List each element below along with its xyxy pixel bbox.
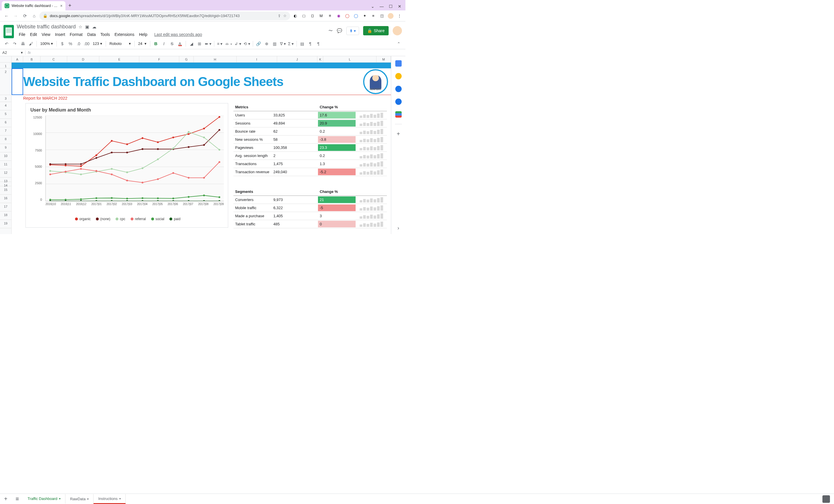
star-icon[interactable]: ☆ (79, 24, 82, 29)
row-header[interactable]: 18 (0, 212, 11, 220)
reading-list-icon[interactable]: ≡ (370, 12, 377, 20)
move-icon[interactable]: ▣ (85, 24, 89, 29)
maps-icon[interactable] (395, 111, 402, 117)
active-cell-A2[interactable] (12, 68, 23, 95)
currency-button[interactable]: $ (59, 40, 66, 47)
row-header[interactable]: 16 (0, 195, 11, 203)
col-header[interactable]: G (179, 56, 194, 62)
col-header[interactable]: L (323, 56, 376, 62)
row-header[interactable]: 2 (0, 68, 11, 95)
add-addon-icon[interactable]: + (397, 131, 400, 137)
font-select[interactable]: Roboto▾ (108, 41, 133, 46)
row-header[interactable]: 14 (0, 182, 11, 186)
cloud-icon[interactable]: ☁ (92, 24, 96, 29)
col-header[interactable]: H (194, 56, 237, 62)
account-avatar[interactable] (393, 26, 402, 35)
fill-color-button[interactable]: ◢ (188, 40, 195, 47)
select-all-corner[interactable] (0, 56, 12, 62)
row-header[interactable]: 13 (0, 178, 11, 182)
comments-icon[interactable]: 💬 (337, 28, 342, 33)
profile-avatar[interactable] (387, 12, 394, 20)
comment-add-button[interactable]: ⊕ (263, 40, 270, 47)
menu-data[interactable]: Data (85, 31, 98, 38)
menu-view[interactable]: View (40, 31, 52, 38)
chart-insert-button[interactable]: ▥ (271, 40, 279, 47)
collapse-toolbar-icon[interactable]: ⌃ (395, 40, 402, 47)
dec-increase-button[interactable]: .00 (83, 40, 90, 47)
document-title[interactable]: Website traffic dashboard (17, 24, 75, 30)
redo-button[interactable]: ↷ (11, 40, 19, 47)
text-color-button[interactable]: A (176, 40, 184, 47)
zoom-select[interactable]: 100% ▾ (39, 41, 55, 46)
ext-icon[interactable]: ◻ (300, 12, 308, 20)
spreadsheet-grid[interactable]: ABCDEFGHIJKLM 12345678910111213141516171… (0, 56, 391, 234)
menu-insert[interactable]: Insert (53, 31, 67, 38)
col-header[interactable]: J (277, 56, 318, 62)
row-header[interactable]: 10 (0, 152, 11, 161)
forward-button[interactable]: → (12, 12, 20, 20)
ext-icon[interactable]: ◐ (291, 12, 299, 20)
legend-item[interactable]: referral (131, 217, 146, 221)
borders-button[interactable]: ⊞ (196, 40, 203, 47)
contacts-icon[interactable] (395, 98, 402, 105)
close-window-icon[interactable]: ✕ (398, 4, 401, 9)
col-header[interactable]: A (12, 56, 23, 62)
bookmark-icon[interactable]: ☆ (283, 14, 287, 18)
valign-button[interactable]: ⌯ ▾ (224, 40, 233, 47)
menu-file[interactable]: File (17, 31, 27, 38)
ext-icon[interactable]: M (317, 12, 325, 20)
ltr-button[interactable]: ¶ (315, 40, 322, 47)
sheets-logo-icon[interactable] (3, 25, 14, 38)
ext-icon[interactable]: ⟨⟩ (309, 12, 316, 20)
row-header[interactable]: 19 (0, 220, 11, 228)
maximize-icon[interactable]: ☐ (389, 4, 393, 9)
home-button[interactable]: ⌂ (30, 12, 38, 20)
menu-edit[interactable]: Edit (28, 31, 39, 38)
row-header[interactable]: 15 (0, 186, 11, 195)
col-header[interactable]: M (376, 56, 391, 62)
legend-item[interactable]: cpc (115, 217, 125, 221)
menu-help[interactable]: Help (137, 31, 149, 38)
browser-tab[interactable]: Website traffic dashboard - Goo × (2, 1, 65, 10)
menu-format[interactable]: Format (68, 31, 85, 38)
legend-item[interactable]: social (151, 217, 164, 221)
filter-button[interactable]: ∇ ▾ (279, 40, 287, 47)
font-size-select[interactable]: 24 ▾ (136, 41, 148, 46)
keep-icon[interactable] (395, 73, 402, 79)
legend-item[interactable]: organic (75, 217, 91, 221)
link-button[interactable]: 🔗 (255, 40, 262, 47)
address-bar[interactable]: 🔒 docs.google.com/spreadsheets/d/1tjxWBi… (39, 12, 290, 20)
functions-button[interactable]: Σ ▾ (287, 40, 295, 47)
menu-tools[interactable]: Tools (98, 31, 112, 38)
extensions-icon[interactable]: ✦ (361, 12, 368, 20)
side-panel-icon[interactable]: ◫ (378, 12, 386, 20)
ext-icon[interactable]: ◉ (335, 12, 342, 20)
col-header[interactable]: I (237, 56, 277, 62)
cells-area[interactable]: Website Traffic Dashboard on Google Shee… (12, 63, 391, 234)
rtl-button[interactable]: ¶ (307, 40, 314, 47)
ext-icon[interactable]: ◯ (352, 12, 360, 20)
print-button[interactable]: 🖶 (19, 40, 27, 47)
overflow-menu-icon[interactable]: ⋮ (396, 12, 403, 20)
legend-item[interactable]: paid (169, 217, 180, 221)
bold-button[interactable]: B (152, 40, 159, 47)
hide-panel-icon[interactable]: › (398, 225, 399, 231)
row-header[interactable]: 7 (0, 127, 11, 135)
block-button[interactable]: ▤ (299, 40, 306, 47)
row-header[interactable]: 17 (0, 203, 11, 212)
share-button[interactable]: 🔒Share (363, 26, 389, 35)
close-tab-icon[interactable]: × (60, 3, 63, 8)
chevron-down-icon[interactable]: ⌄ (371, 4, 374, 9)
number-format-button[interactable]: 123 ▾ (91, 41, 104, 46)
halign-button[interactable]: ≡ ▾ (216, 40, 223, 47)
share-page-icon[interactable]: ⇪ (278, 14, 281, 18)
ext-icon[interactable]: ✳ (326, 12, 334, 20)
col-header[interactable]: B (23, 56, 41, 62)
ext-icon[interactable]: ◯ (344, 12, 351, 20)
paint-format-button[interactable]: 🖌 (27, 40, 35, 47)
row-header[interactable]: 5 (0, 110, 11, 119)
calendar-icon[interactable] (395, 60, 402, 67)
new-tab-button[interactable]: + (65, 1, 74, 10)
col-header[interactable]: F (139, 56, 179, 62)
row-header[interactable]: 12 (0, 169, 11, 178)
